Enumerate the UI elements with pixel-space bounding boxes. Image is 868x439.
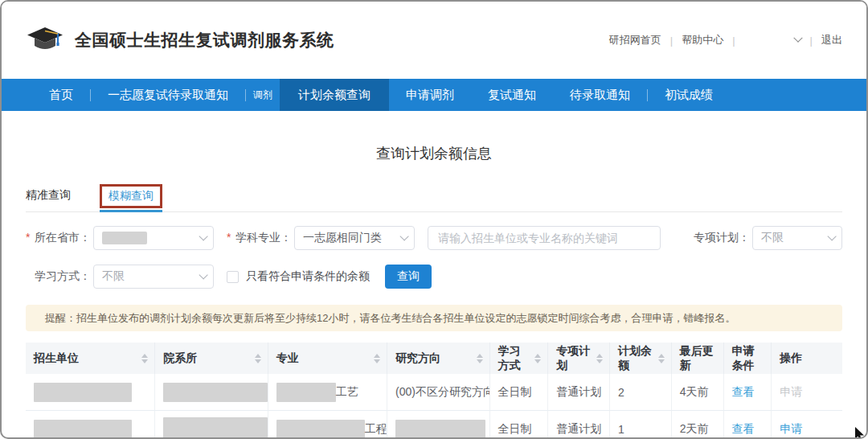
redacted-text xyxy=(395,420,485,439)
required-asterisk: * xyxy=(26,231,35,244)
special-plan-label: 专项计划： xyxy=(694,231,750,245)
graduation-cap-icon xyxy=(26,26,64,55)
search-button[interactable]: 查询 xyxy=(385,265,432,289)
col-apply-condition: 申请条件 xyxy=(724,343,772,374)
nav-item-apply-adjustment[interactable]: 申请调剂 xyxy=(389,79,471,111)
table-header: 招生单位 院系所 专业 研究方向 学习方式 专项计划 计划余额 最后更新 申请条… xyxy=(26,343,842,374)
separator: | xyxy=(670,35,673,47)
notice-bar: 提醒：招生单位发布的调剂计划余额每次更新后将至少持续12小时，请各位考生结合各招… xyxy=(26,305,842,331)
sort-icon[interactable] xyxy=(374,354,380,363)
redacted-text xyxy=(276,383,336,402)
nav-item-plan-balance-query[interactable]: 计划余额查询 xyxy=(280,79,389,111)
eligible-only-label[interactable]: 只看符合申请条件的余额 xyxy=(246,269,370,284)
brand: 全国硕士生招生复试调剂服务系统 xyxy=(26,26,334,55)
eligible-only-checkbox[interactable] xyxy=(227,271,239,283)
cell-balance: 1 xyxy=(610,411,672,439)
tab-fuzzy-query[interactable]: 模糊查询 xyxy=(100,184,162,208)
logout-button[interactable]: 退出 xyxy=(821,33,842,47)
filter-row-1: *所在省市： *学科专业： 一志愿相同门类 专项计划： 不限 xyxy=(26,226,842,250)
main-nav: 首页 一志愿复试待录取通知 调剂 计划余额查询 申请调剂 复试通知 待录取通知 … xyxy=(2,79,866,111)
cell-org xyxy=(26,374,155,410)
sort-icon[interactable] xyxy=(596,354,603,363)
cell-apply-condition: 查看 xyxy=(724,411,772,439)
cell-dept xyxy=(155,374,268,410)
cell-special-plan: 普通计划 xyxy=(548,411,610,439)
chevron-down-icon xyxy=(199,232,207,240)
col-study-mode[interactable]: 学习方式 xyxy=(490,343,549,374)
col-major[interactable]: 专业 xyxy=(268,343,387,374)
cell-action: 申请 xyxy=(772,374,842,410)
province-value-redacted xyxy=(102,232,147,244)
link-help-center[interactable]: 帮助中心 xyxy=(682,33,723,47)
required-asterisk: * xyxy=(227,231,235,244)
separator: | xyxy=(732,35,735,47)
chevron-down-icon xyxy=(199,270,207,279)
cell-direction: (00)不区分研究方向 xyxy=(387,374,489,410)
cell-apply-condition: 查看 xyxy=(724,374,772,410)
sort-icon[interactable] xyxy=(658,354,665,363)
cell-special-plan: 普通计划 xyxy=(548,374,610,410)
apply-link[interactable]: 申请 xyxy=(780,422,802,437)
cell-org xyxy=(26,411,155,439)
nav-item-admission-notice[interactable]: 待录取通知 xyxy=(553,79,647,111)
nav-item-retest-notice[interactable]: 复试通知 xyxy=(471,79,553,111)
redacted-text xyxy=(163,383,268,402)
chevron-down-icon[interactable] xyxy=(793,34,802,43)
nav-group-label-tiaoji: 调剂 xyxy=(246,79,280,111)
mouse-cursor xyxy=(854,427,868,439)
site-title: 全国硕士生招生复试调剂服务系统 xyxy=(75,29,334,51)
table-row: 工艺 (00)不区分研究方向 全日制 普通计划 2 4天前 查看 申请 xyxy=(26,374,842,411)
cell-dept xyxy=(155,411,268,439)
view-link[interactable]: 查看 xyxy=(732,422,755,437)
sort-icon[interactable] xyxy=(255,354,261,363)
cell-study-mode: 全日制 xyxy=(490,411,549,439)
sort-icon[interactable] xyxy=(477,354,483,363)
col-balance[interactable]: 计划余额 xyxy=(610,343,672,374)
page-title: 查询计划余额信息 xyxy=(2,144,866,163)
cell-last-update: 4天前 xyxy=(672,374,724,410)
cell-major: 工程 xyxy=(268,411,387,439)
sort-icon[interactable] xyxy=(141,354,148,363)
redacted-text xyxy=(34,383,132,402)
redacted-text xyxy=(34,420,132,439)
subject-select[interactable]: 一志愿相同门类 xyxy=(294,226,415,250)
redacted-text xyxy=(276,420,365,439)
special-plan-group: 专项计划： 不限 xyxy=(694,226,842,250)
apply-link-disabled: 申请 xyxy=(780,385,802,400)
link-yanzhao-home[interactable]: 研招网首页 xyxy=(609,33,661,47)
nav-item-initial-scores[interactable]: 初试成绩 xyxy=(648,79,730,111)
username-redacted xyxy=(744,35,786,46)
col-actions: 操作 xyxy=(772,343,842,374)
col-direction[interactable]: 研究方向 xyxy=(387,343,489,374)
col-special-plan[interactable]: 专项计划 xyxy=(548,343,610,374)
redacted-text xyxy=(163,417,268,439)
special-plan-value: 不限 xyxy=(761,231,784,245)
filter-row-2: 学习方式： 不限 只看符合申请条件的余额 查询 xyxy=(26,265,842,289)
study-mode-value: 不限 xyxy=(102,269,125,284)
study-mode-label: 学习方式： xyxy=(26,269,91,284)
separator: | xyxy=(810,35,813,47)
nav-item-first-choice-notice[interactable]: 一志愿复试待录取通知 xyxy=(91,79,245,111)
cell-action: 申请 xyxy=(772,411,842,439)
keyword-input[interactable] xyxy=(428,226,661,250)
tab-precise-query[interactable]: 精准查询 xyxy=(26,188,71,211)
chevron-down-icon xyxy=(827,232,836,240)
view-link[interactable]: 查看 xyxy=(732,385,755,400)
nav-item-home[interactable]: 首页 xyxy=(32,79,90,111)
sort-icon[interactable] xyxy=(534,354,541,363)
balance-table: 招生单位 院系所 专业 研究方向 学习方式 专项计划 计划余额 最后更新 申请条… xyxy=(26,343,842,439)
cell-major: 工艺 xyxy=(268,374,387,410)
tab-fuzzy-query-wrap: 模糊查询 xyxy=(100,184,162,211)
chevron-down-icon xyxy=(399,232,408,240)
cell-direction xyxy=(387,411,489,439)
col-dept[interactable]: 院系所 xyxy=(155,343,268,374)
cell-balance: 2 xyxy=(610,374,672,410)
cell-study-mode: 全日制 xyxy=(490,374,549,410)
query-tabs: 精准查询 模糊查询 xyxy=(26,185,842,212)
province-select[interactable] xyxy=(93,226,214,250)
table-row: 工程 全日制 普通计划 1 2天前 查看 申请 xyxy=(26,411,842,439)
study-mode-select[interactable]: 不限 xyxy=(93,265,214,289)
top-links: 研招网首页 | 帮助中心 | | 退出 xyxy=(609,33,842,47)
special-plan-select[interactable]: 不限 xyxy=(752,226,842,250)
col-org[interactable]: 招生单位 xyxy=(26,343,155,374)
